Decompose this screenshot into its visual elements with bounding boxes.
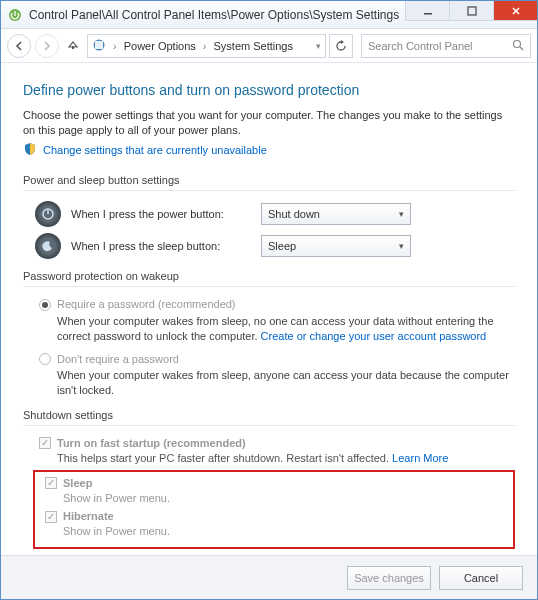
page-heading: Define power buttons and turn on passwor… <box>23 81 515 100</box>
titlebar: Control Panel\All Control Panel Items\Po… <box>1 1 537 29</box>
maximize-button[interactable] <box>449 1 493 21</box>
cancel-button[interactable]: Cancel <box>439 566 523 590</box>
window-title: Control Panel\All Control Panel Items\Po… <box>29 8 405 22</box>
checkbox-sleep-desc: Show in Power menu. <box>63 491 509 506</box>
chevron-down-icon: ▾ <box>399 208 404 220</box>
radio-require-password-desc: When your computer wakes from sleep, no … <box>57 314 515 344</box>
checkbox-fast-startup: ✓ <box>39 437 51 449</box>
section-powersleep-label: Power and sleep button settings <box>23 173 515 188</box>
content: Define power buttons and turn on passwor… <box>1 63 537 557</box>
radio-require-password-label: Require a password (recommended) <box>57 297 236 312</box>
radio-dont-require-password <box>39 353 51 365</box>
checkbox-hibernate: ✓ <box>45 511 57 523</box>
checkbox-sleep-label: Sleep <box>63 476 92 491</box>
shield-icon <box>23 142 37 160</box>
power-button-label: When I press the power button: <box>71 207 251 222</box>
radio-dont-require-password-label: Don't require a password <box>57 352 179 367</box>
up-button[interactable] <box>63 39 83 53</box>
checkbox-sleep: ✓ <box>45 477 57 489</box>
svg-rect-1 <box>424 13 432 15</box>
window-buttons <box>405 1 537 28</box>
svg-point-6 <box>514 40 521 47</box>
save-button[interactable]: Save changes <box>347 566 431 590</box>
section-password-label: Password protection on wakeup <box>23 269 515 284</box>
minimize-button[interactable] <box>405 1 449 21</box>
chevron-down-icon[interactable]: ▾ <box>316 41 321 51</box>
checkbox-hibernate-label: Hibernate <box>63 509 114 524</box>
sleep-button-label: When I press the sleep button: <box>71 239 251 254</box>
moon-icon <box>35 233 61 259</box>
search-input[interactable]: Search Control Panel <box>361 34 531 58</box>
power-button-value: Shut down <box>268 207 320 222</box>
svg-rect-3 <box>72 46 74 49</box>
chevron-right-icon: › <box>110 40 120 52</box>
chevron-down-icon: ▾ <box>399 240 404 252</box>
refresh-button[interactable] <box>329 34 353 58</box>
footer: Save changes Cancel <box>1 555 537 599</box>
change-settings-link[interactable]: Change settings that are currently unava… <box>43 143 267 158</box>
forward-button[interactable] <box>35 34 59 58</box>
crumb-1[interactable]: System Settings <box>214 40 293 52</box>
search-placeholder: Search Control Panel <box>368 40 473 52</box>
power-icon <box>35 201 61 227</box>
highlight-box: ✓ Sleep Show in Power menu. ✓ Hibernate … <box>33 470 515 549</box>
radio-require-password <box>39 299 51 311</box>
intro-text: Choose the power settings that you want … <box>23 108 515 138</box>
radio-dont-require-password-desc: When your computer wakes from sleep, any… <box>57 368 515 398</box>
chevron-right-icon: › <box>200 40 210 52</box>
svg-rect-2 <box>468 7 476 15</box>
back-button[interactable] <box>7 34 31 58</box>
svg-rect-5 <box>95 41 103 49</box>
search-icon <box>512 39 524 53</box>
checkbox-fast-startup-desc: This helps start your PC faster after sh… <box>57 451 515 466</box>
sleep-button-dropdown[interactable]: Sleep ▾ <box>261 235 411 257</box>
power-button-dropdown[interactable]: Shut down ▾ <box>261 203 411 225</box>
learn-more-link[interactable]: Learn More <box>392 452 448 464</box>
crumb-0[interactable]: Power Options <box>124 40 196 52</box>
close-button[interactable] <box>493 1 537 21</box>
address-bar[interactable]: › Power Options › System Settings ▾ <box>87 34 326 58</box>
cp-icon <box>92 38 106 54</box>
create-password-link[interactable]: Create or change your user account passw… <box>261 330 487 342</box>
app-icon <box>7 7 23 23</box>
checkbox-hibernate-desc: Show in Power menu. <box>63 524 509 539</box>
checkbox-fast-startup-label: Turn on fast startup (recommended) <box>57 436 246 451</box>
sleep-button-value: Sleep <box>268 239 296 254</box>
section-shutdown-label: Shutdown settings <box>23 408 515 423</box>
navbar: › Power Options › System Settings ▾ Sear… <box>1 29 537 63</box>
